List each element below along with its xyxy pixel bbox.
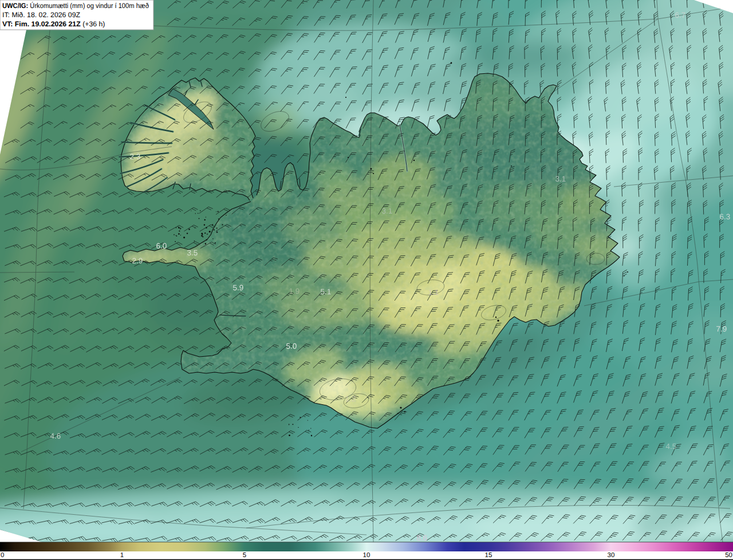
svg-text:4.5: 4.5 [666, 442, 677, 451]
svg-text:5.1: 5.1 [321, 287, 332, 296]
svg-text:1.2: 1.2 [345, 395, 356, 403]
svg-text:10: 10 [363, 552, 371, 559]
svg-text:3.5: 3.5 [187, 249, 198, 257]
svg-text:0: 0 [1, 552, 4, 559]
svg-text:8.6: 8.6 [417, 534, 428, 542]
svg-text:3.1: 3.1 [555, 175, 566, 183]
svg-text:4.6: 4.6 [50, 432, 61, 440]
svg-text:5: 5 [243, 552, 246, 559]
svg-text:1: 1 [120, 552, 124, 559]
svg-text:UWC/IG: Úrkomumætti (mm) og vi: UWC/IG: Úrkomumætti (mm) og vindur í 100… [2, 2, 149, 10]
svg-text:6.7: 6.7 [675, 11, 686, 19]
svg-text:30: 30 [608, 552, 615, 559]
svg-text:1.9: 1.9 [289, 287, 300, 295]
svg-text:6.0: 6.0 [156, 242, 167, 250]
svg-text:VT: Fim. 19.02.2026 21Z (+36 h: VT: Fim. 19.02.2026 21Z (+36 h) [2, 20, 105, 28]
svg-text:6.3: 6.3 [720, 212, 731, 221]
svg-text:IT: Mið. 18. 02. 2026 09Z: IT: Mið. 18. 02. 2026 09Z [2, 11, 81, 19]
svg-text:50: 50 [725, 552, 732, 559]
svg-text:2.3: 2.3 [130, 152, 141, 161]
svg-text:3.1: 3.1 [382, 207, 393, 215]
svg-text:5.0: 5.0 [286, 342, 297, 350]
svg-text:2.9: 2.9 [132, 257, 143, 265]
svg-text:5.9: 5.9 [233, 283, 244, 292]
svg-text:7.9: 7.9 [716, 325, 727, 333]
svg-text:1.1: 1.1 [428, 288, 439, 297]
svg-text:15: 15 [485, 552, 492, 559]
